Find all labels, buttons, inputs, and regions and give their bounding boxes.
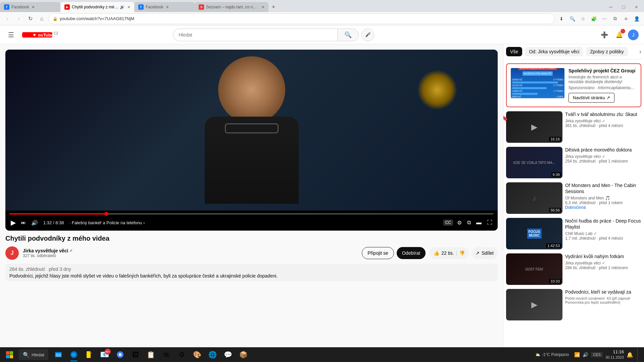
download-icon[interactable]: ⬇ (557, 14, 566, 23)
nav-forward[interactable]: › (14, 14, 23, 23)
miniplayer-button[interactable]: ⧉ (466, 218, 472, 227)
svg-point-13 (119, 353, 121, 356)
sidebar-video-2-channel: Jirka vysvětluje věci ✓ (565, 154, 641, 159)
channel-name[interactable]: Jirka vysvětluje věci ✓ (23, 248, 358, 253)
volume-button[interactable]: 🔊 (30, 218, 39, 227)
new-tab-button[interactable]: + (268, 2, 279, 12)
window-maximize[interactable]: □ (618, 2, 629, 12)
sidebar-video-6-title: Podvodníci, kteří se vydávají za (565, 289, 641, 295)
temp-display: -1°C (542, 352, 550, 357)
sidebar-video-2-title: Děsivá práce morového doktora (565, 147, 641, 153)
taskbar-app-edge2[interactable]: 🌐 (205, 347, 220, 362)
play-button[interactable]: ▶ (9, 217, 17, 228)
user-avatar[interactable]: 👤 (632, 14, 641, 23)
sidebar-video-1[interactable]: ▶ 16:16 Tváří v tvář absolutnimu zlu: Sk… (506, 111, 641, 143)
taskbar-search[interactable]: 🔍 Hledat (19, 349, 48, 360)
settings-icon[interactable]: ⋯ (600, 14, 609, 23)
tab-close-4[interactable]: × (262, 4, 264, 10)
taskbar-app-chrome[interactable] (113, 347, 128, 362)
taskbar-app-photos[interactable]: 🖼 (128, 347, 143, 362)
video-description: Podvodníci, jejichž hlasy jste mohli sly… (9, 273, 494, 279)
youtube-logo[interactable]: ouTube CZ (22, 32, 58, 38)
taskbar-app-file[interactable] (82, 347, 97, 362)
filter-politics[interactable]: Zprávy z politiky (586, 47, 628, 56)
sidebar-video-2-thumb: KDE SE VZALA TATO MA... 9:39 (506, 147, 562, 178)
search-button[interactable]: 🔍 (337, 28, 359, 41)
notification-area[interactable]: 🔔 (627, 352, 633, 358)
user-account[interactable]: J (628, 29, 639, 40)
next-button[interactable]: ⏭ (20, 219, 27, 227)
taskbar-app-unknown[interactable]: 📦 (236, 347, 251, 362)
filter-arrow[interactable]: › (639, 48, 641, 55)
taskbar-app-teams[interactable]: 📋 (144, 347, 158, 362)
join-button[interactable]: Připojit se (362, 247, 394, 259)
extension-icon[interactable]: 🧩 (589, 14, 598, 23)
settings-button[interactable]: ⚙ (456, 218, 463, 227)
taskbar-app-mail[interactable]: 📧 99+ (97, 347, 112, 362)
music-note-icon: 🎵 (605, 196, 610, 200)
tab-youtube-label: Chytili podvodníky z mého... (72, 5, 118, 9)
sidebar-video-5[interactable]: DOST FEN! 10:33 Vydírání kvůli nahým fot… (506, 253, 641, 285)
filter-channel[interactable]: Od: Jirka vysvětluje věci (525, 47, 583, 56)
channel-avatar[interactable]: J (5, 246, 19, 260)
sidebar-video-2[interactable]: KDE SE VZALA TATO MA... 9:39 Děsivá prác… (506, 147, 641, 178)
sidebar-video-1-info: Tváří v tvář absolutnimu zlu: Skaut Jirk… (565, 111, 641, 143)
window-close[interactable]: × (631, 2, 641, 12)
sidebar-video-4[interactable]: FOCUSMUSIC 1:42:53 Noční hudba do práce … (506, 218, 641, 249)
publish-date: před 3 dny (49, 266, 71, 272)
subscribe-button[interactable]: Odebírat (397, 247, 426, 259)
start-button[interactable] (1, 347, 17, 362)
tab-close-3[interactable]: × (166, 4, 169, 10)
filter-alle[interactable]: Vše (506, 47, 522, 56)
tab-seznam[interactable]: S Seznam – najdu tam, co neznám × (195, 2, 268, 12)
taskbar-app-paint[interactable]: 🎨 (190, 347, 205, 362)
fullscreen-button[interactable]: ⛶ (486, 218, 494, 227)
sidebar-video-3[interactable]: ♪ 56:56 Of Monsters and Men - The Cabin … (506, 182, 641, 214)
tab-close-2[interactable]: × (128, 4, 130, 10)
taskbar-search-label: Hledat (32, 352, 44, 357)
tab-facebook-2[interactable]: f Facebook × (134, 2, 195, 12)
tab-facebook-1[interactable]: f Facebook × (0, 2, 60, 12)
clock[interactable]: 11:16 30.11.2023 (605, 349, 624, 360)
create-button[interactable]: ➕ (598, 29, 610, 41)
ad-menu-btn[interactable]: ⋮ (633, 67, 638, 73)
progress-bar[interactable] (9, 213, 494, 215)
taskbar-app-skype[interactable]: 💬 (221, 347, 236, 362)
tab-close-1[interactable]: × (32, 4, 35, 10)
captions-button[interactable]: CC (443, 220, 453, 226)
taskbar-app-settings[interactable]: ⚙ (175, 347, 189, 362)
svg-rect-9 (56, 353, 61, 357)
sound-icon[interactable]: 🔊 (583, 352, 588, 357)
video-breadcrumb[interactable]: · Falešný bankéř a Policie na telefonu › (69, 220, 145, 225)
address-bar[interactable]: 🔒 youtube.com/watch?v=7UAAG817NjM (48, 13, 555, 24)
visit-page-button[interactable]: Navštívit stránku ↗ (568, 93, 614, 103)
like-button[interactable]: 👍 22 tis. | 👎 (430, 247, 469, 259)
tab-bar: f Facebook × ▶ Chytili podvodníky z mého… (0, 0, 644, 12)
taskbar-app-explorer[interactable] (51, 347, 66, 362)
hamburger-menu[interactable]: ☰ (5, 28, 17, 42)
tab-youtube[interactable]: ▶ Chytili podvodníky z mého... 🔊 × (60, 2, 134, 12)
sidebar-video-6[interactable]: ▶ Podvodníci, kteří se vydávají za Počet… (506, 289, 641, 320)
mail-notification: 99+ (105, 349, 111, 355)
nav-refresh[interactable]: ↻ (26, 14, 35, 23)
video-frame[interactable] (5, 50, 498, 210)
zoom-icon[interactable]: 🔍 (567, 14, 577, 23)
nav-home[interactable]: ⌂ (37, 14, 46, 23)
mic-button[interactable]: 🎤 (361, 28, 374, 41)
window-minimize[interactable]: ─ (606, 2, 616, 12)
theater-button[interactable]: ▬ (475, 218, 483, 227)
share-button[interactable]: ↗ Sdílet (472, 247, 498, 259)
taskbar-weather[interactable]: ⛅ -1°C Polojasno (535, 352, 569, 357)
duration-2: 9:39 (551, 172, 561, 177)
notifications-button[interactable]: 🔔 (613, 29, 625, 41)
split-view-icon[interactable]: ⧉ (610, 14, 620, 23)
search-input[interactable] (173, 28, 337, 41)
taskbar-app-edge[interactable] (66, 347, 81, 362)
favorites-icon[interactable]: ☆ (578, 14, 588, 23)
nav-back[interactable]: ‹ (3, 14, 12, 23)
sidebar: Vše Od: Jirka vysvětluje věci Zprávy z p… (503, 44, 644, 347)
taskbar-app-store[interactable]: 🛍 (159, 347, 174, 362)
sidebar-toggle-icon[interactable]: ≡ (621, 14, 631, 23)
show-desktop[interactable] (637, 348, 639, 361)
network-icon[interactable]: 📶 (574, 352, 580, 357)
